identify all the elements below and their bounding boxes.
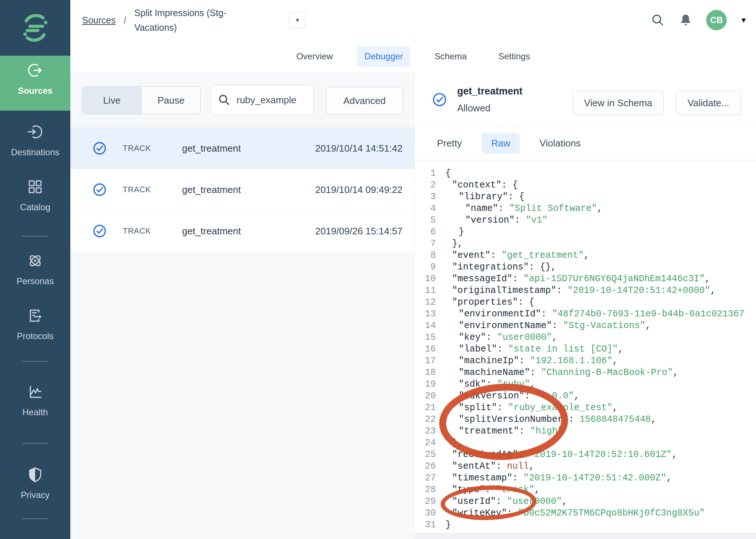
source-switcher-dropdown[interactable]: ▾ bbox=[289, 12, 305, 28]
avatar[interactable]: CB bbox=[706, 10, 727, 30]
code-line: 12"properties": { bbox=[415, 297, 756, 308]
tab-settings[interactable]: Settings bbox=[491, 46, 537, 67]
code-line: 25"receivedAt": "2019-10-14T20:52:10.601… bbox=[415, 449, 756, 461]
code-line: 16"label": "state in list [CO]", bbox=[415, 343, 756, 355]
code-line: 4"name": "Split Software", bbox=[415, 203, 756, 215]
line-number: 27 bbox=[415, 472, 436, 484]
line-number: 30 bbox=[415, 508, 436, 519]
code-line: 23"treatment": "high" bbox=[415, 425, 756, 437]
line-number: 21 bbox=[415, 402, 436, 414]
line-number: 26 bbox=[415, 461, 436, 472]
code-line: 31} bbox=[415, 519, 756, 531]
line-number: 16 bbox=[415, 343, 436, 355]
sidebar-item-label: Sources bbox=[0, 86, 70, 96]
event-type: TRACK bbox=[123, 128, 151, 169]
health-chart-icon bbox=[26, 383, 44, 401]
raw-json-viewer[interactable]: 1{2"context": {3"library": {4"name": "Sp… bbox=[415, 160, 756, 531]
detail-event-name: get_treatment bbox=[457, 86, 523, 97]
event-row[interactable]: TRACK get_treatment 2019/10/14 14:51:42 bbox=[70, 127, 414, 169]
code-line: 28"type": "track", bbox=[415, 484, 756, 496]
code-line: 27"timestamp": "2019-10-14T20:51:42.000Z… bbox=[415, 472, 756, 484]
validate-button[interactable]: Validate... bbox=[676, 91, 741, 115]
line-number: 29 bbox=[415, 496, 436, 508]
sidebar-item-label: Catalog bbox=[0, 202, 70, 212]
event-search-box bbox=[211, 85, 314, 115]
live-toggle-button[interactable]: Live bbox=[82, 87, 141, 114]
line-number: 31 bbox=[415, 519, 436, 531]
code-line: 21"split": "ruby_example_test", bbox=[415, 402, 756, 414]
event-row[interactable]: TRACK get_treatment 2019/10/14 09:49:22 bbox=[70, 169, 414, 211]
code-line: 19"sdk": "ruby", bbox=[415, 379, 756, 390]
line-number: 7 bbox=[415, 238, 436, 250]
code-line: 30"writeKey": "D0c52M2K75TM6CPqo8bHKj0fC… bbox=[415, 508, 756, 519]
code-line: 8"event": "get_treatment", bbox=[415, 250, 756, 261]
notifications-bell-icon[interactable] bbox=[678, 13, 693, 27]
protocols-icon bbox=[26, 307, 44, 324]
line-number: 23 bbox=[415, 425, 436, 437]
page-title: Split Impressions (Stg-Vacations) bbox=[134, 5, 244, 35]
line-number: 19 bbox=[415, 379, 436, 390]
line-number: 12 bbox=[415, 297, 436, 308]
allowed-check-icon bbox=[93, 141, 107, 155]
tab-violations[interactable]: Violations bbox=[530, 133, 590, 154]
debugger-event-list-panel: Live Pause Advanced TRACK get_treatment bbox=[70, 73, 415, 539]
line-number: 25 bbox=[415, 449, 436, 461]
code-line: 6} bbox=[415, 226, 756, 238]
sidebar-item-destinations[interactable]: Destinations bbox=[0, 117, 70, 172]
view-in-schema-button[interactable]: View in Schema bbox=[572, 91, 664, 115]
allowed-check-icon bbox=[93, 224, 107, 238]
code-line: 10"messageId": "api-1SD7Ur6NGY6Q4jaNDhEm… bbox=[415, 273, 756, 285]
pause-toggle-button[interactable]: Pause bbox=[141, 87, 201, 114]
account-caret-down-icon[interactable]: ▼ bbox=[740, 16, 747, 25]
code-line: 2"context": { bbox=[415, 179, 756, 191]
tab-pretty[interactable]: Pretty bbox=[427, 133, 471, 154]
breadcrumb-separator: / bbox=[124, 15, 126, 26]
chevron-down-icon: ▾ bbox=[296, 16, 299, 24]
line-number: 8 bbox=[415, 250, 436, 261]
code-line: 13"environmentId": "48f274b0-7693-11e9-b… bbox=[415, 308, 756, 320]
line-number: 3 bbox=[415, 191, 436, 203]
sidebar-item-privacy[interactable]: Privacy bbox=[0, 460, 70, 515]
sidebar-item-protocols[interactable]: Protocols bbox=[0, 301, 70, 356]
allowed-check-icon bbox=[93, 183, 107, 197]
event-name: get_treatment bbox=[182, 211, 241, 252]
sidebar-item-personas[interactable]: Personas bbox=[0, 246, 70, 301]
line-number: 20 bbox=[415, 390, 436, 402]
payload-view-tabs: Pretty Raw Violations bbox=[415, 126, 756, 160]
code-line: 22"splitVersionNumber": 1568848475448, bbox=[415, 414, 756, 425]
tab-overview[interactable]: Overview bbox=[289, 46, 340, 67]
code-line: 9"integrations": {}, bbox=[415, 261, 756, 273]
line-number: 13 bbox=[415, 308, 436, 320]
tab-schema[interactable]: Schema bbox=[427, 46, 474, 67]
code-line: 17"machineIp": "192.168.1.106", bbox=[415, 355, 756, 367]
app-window: Sources Destinations Catalog bbox=[0, 0, 756, 539]
line-number: 6 bbox=[415, 226, 436, 238]
line-number: 1 bbox=[415, 168, 436, 179]
personas-icon bbox=[26, 252, 44, 270]
tab-debugger[interactable]: Debugger bbox=[357, 46, 410, 67]
top-header: Sources / Split Impressions (Stg-Vacatio… bbox=[70, 0, 756, 41]
sidebar-item-label: Destinations bbox=[0, 147, 70, 157]
segment-logo-icon bbox=[18, 11, 52, 45]
sidebar-item-catalog[interactable]: Catalog bbox=[0, 172, 70, 227]
event-type: TRACK bbox=[123, 169, 151, 210]
sidebar-item-health[interactable]: Health bbox=[0, 377, 70, 432]
event-detail-header: get_treatment Allowed View in Schema Val… bbox=[415, 73, 756, 126]
tab-raw[interactable]: Raw bbox=[482, 133, 520, 154]
event-row[interactable]: TRACK get_treatment 2019/09/26 15:14:57 bbox=[70, 211, 414, 252]
code-line: 18"machineName": "Channing-B-MacBook-Pro… bbox=[415, 367, 756, 379]
source-tabs: Overview Debugger Schema Settings bbox=[70, 40, 756, 73]
code-line: 14"environmentName": "Stg-Vacations", bbox=[415, 320, 756, 332]
search-icon[interactable] bbox=[651, 13, 665, 27]
line-number: 11 bbox=[415, 285, 436, 297]
event-search-input[interactable] bbox=[236, 94, 307, 106]
line-number: 2 bbox=[415, 179, 436, 191]
sidebar-item-sources[interactable]: Sources bbox=[0, 56, 70, 111]
line-number: 22 bbox=[415, 414, 436, 425]
sidebar-divider bbox=[22, 443, 48, 444]
sidebar: Sources Destinations Catalog bbox=[0, 0, 70, 539]
advanced-button[interactable]: Advanced bbox=[326, 87, 403, 114]
privacy-shield-icon bbox=[26, 466, 44, 483]
breadcrumb-sources-link[interactable]: Sources bbox=[82, 15, 116, 26]
event-name: get_treatment bbox=[182, 169, 241, 210]
